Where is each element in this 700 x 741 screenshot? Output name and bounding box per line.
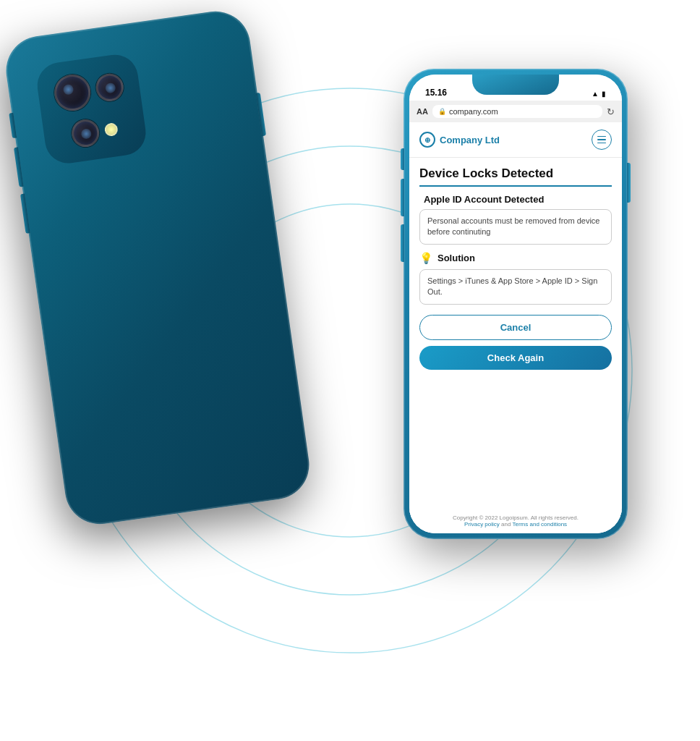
solution-section: 💡 Solution Settings > iTunes & App Store… [419, 252, 612, 305]
camera-lens-main [52, 72, 93, 113]
power-button-front [627, 163, 631, 203]
browser-bar[interactable]: AA 🔒 company.com ↻ [409, 101, 622, 122]
hamburger-line-3 [597, 143, 606, 144]
detection-header: Apple ID Account Detected [419, 194, 612, 205]
buttons-section: Cancel Check Again [419, 315, 612, 370]
notch [472, 75, 559, 95]
company-logo-icon: ⊕ [419, 132, 435, 148]
browser-url-bar[interactable]: 🔒 company.com [432, 105, 602, 118]
page-main-content: Device Locks Detected Apple ID Account D… [409, 158, 622, 510]
camera-flash [104, 122, 119, 137]
camera-module [35, 52, 149, 166]
footer-links: Privacy policy and Terms and conditions [417, 521, 615, 528]
solution-header: 💡 Solution [419, 252, 612, 265]
phone-front: 15.16 ▲ ▮ AA 🔒 company.com ↻ [404, 69, 628, 539]
page-title: Device Locks Detected [419, 166, 612, 187]
phone-back [35, 22, 281, 514]
solution-title: Solution [438, 253, 475, 263]
volume-down-button-back [20, 194, 30, 234]
power-button-back [256, 93, 266, 136]
bulb-icon: 💡 [419, 252, 433, 265]
lock-icon: 🔒 [438, 108, 446, 115]
footer-and-text: and [501, 521, 512, 528]
company-header: ⊕ Company Ltd [409, 122, 622, 158]
web-footer: Copyright © 2022 Logoipsum. All rights r… [409, 510, 622, 533]
hamburger-line-1 [597, 136, 606, 137]
camera-lens-secondary [94, 72, 125, 103]
volume-down-button-front [401, 224, 404, 262]
volume-up-button-back [14, 147, 24, 187]
company-logo-wrap: ⊕ Company Ltd [419, 132, 500, 148]
browser-url-text: company.com [449, 107, 498, 116]
phone-back-body [1, 7, 313, 529]
footer-copyright: Copyright © 2022 Logoipsum. All rights r… [417, 515, 615, 521]
privacy-policy-link[interactable]: Privacy policy [464, 521, 500, 528]
status-time: 15.16 [425, 88, 447, 98]
phone-front-body: 15.16 ▲ ▮ AA 🔒 company.com ↻ [404, 69, 628, 539]
menu-button[interactable] [592, 130, 612, 150]
mute-button-back [9, 113, 17, 138]
mute-button-front [401, 148, 404, 170]
check-again-button[interactable]: Check Again [419, 346, 612, 370]
solution-info-box: Settings > iTunes & App Store > Apple ID… [419, 269, 612, 305]
hamburger-line-2 [597, 139, 606, 140]
detection-info-box: Personal accounts must be removed from d… [419, 209, 612, 245]
camera-lens-tertiary [70, 118, 101, 149]
web-content: ⊕ Company Ltd Device Locks Detected [409, 122, 622, 533]
scene: 15.16 ▲ ▮ AA 🔒 company.com ↻ [0, 0, 700, 741]
cancel-button[interactable]: Cancel [419, 315, 612, 340]
terms-link[interactable]: Terms and conditions [512, 521, 567, 528]
phone-screen: 15.16 ▲ ▮ AA 🔒 company.com ↻ [409, 75, 622, 533]
browser-aa-label[interactable]: AA [417, 107, 428, 116]
detection-section: Apple ID Account Detected Personal accou… [419, 194, 612, 245]
volume-up-button-front [401, 179, 404, 216]
status-icons: ▲ ▮ [592, 90, 606, 98]
detection-title: Apple ID Account Detected [424, 194, 544, 205]
battery-icon: ▮ [602, 90, 606, 98]
wifi-icon: ▲ [592, 90, 599, 98]
company-name: Company Ltd [440, 135, 500, 145]
refresh-icon[interactable]: ↻ [607, 106, 615, 117]
